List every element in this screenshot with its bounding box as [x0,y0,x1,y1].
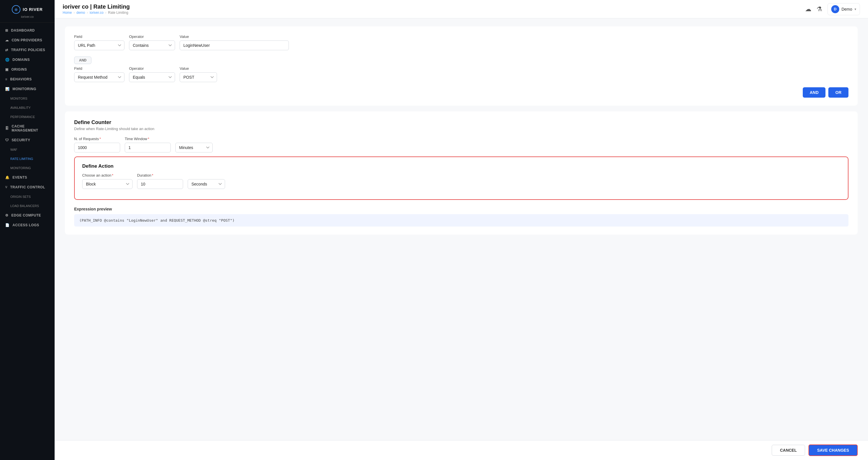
define-counter-desc: Define when Rate-Limiting should take an… [74,127,848,131]
breadcrumb-sep-2: › [87,11,88,14]
filter-row-1: Field URL Path Request Method Header IP … [74,34,848,50]
duration-group: Duration* [137,173,183,189]
value-label-2: Value [180,66,217,71]
value-group-2: Value GET POST PUT DELETE PATCH [180,66,217,82]
time-window-unit-group: Unit Seconds Minutes Hours [175,137,213,153]
filter-row-2: Field URL Path Request Method Header IP … [74,66,848,82]
sidebar-item-label: DASHBOARD [11,28,35,32]
field-label-2: Field [74,66,124,71]
sidebar-item-label: ACCESS LOGS [13,223,39,227]
footer: CANCEL SAVE CHANGES [55,440,868,460]
save-button[interactable]: SAVE CHANGES [808,445,858,456]
server-icon: ▣ [5,67,9,71]
value-label-1: Value [180,34,289,39]
cancel-button[interactable]: CANCEL [772,445,805,456]
operator-select-2[interactable]: Contains Equals Starts With Ends With [129,72,175,82]
operator-group-2: Operator Contains Equals Starts With End… [129,66,175,82]
and-connector: AND [74,57,91,64]
value-input-1[interactable] [180,40,289,50]
sidebar: ◎ IO RIVER ioriver.co ⊞ DASHBOARD ☁ CDN … [0,0,55,460]
sidebar-item-traffic-control[interactable]: ⑂ TRAFFIC CONTROL [0,182,55,192]
sidebar-item-waf[interactable]: WAF [0,145,55,154]
cpu-icon: ⚙ [5,213,9,217]
operator-select-1[interactable]: Contains Equals Starts With Ends With [129,40,175,50]
sidebar-item-availability[interactable]: AVAILABILITY [0,103,55,112]
sidebar-item-events[interactable]: 🔔 EVENTS [0,172,55,182]
value-group-1: Value [180,34,289,50]
sidebar-item-security[interactable]: 🛡 SECURITY [0,135,55,145]
sidebar-item-label: CDN PROVIDERS [12,38,42,42]
sidebar-item-load-balancers[interactable]: LOAD BALANCERS [0,201,55,210]
breadcrumb-current: Rate Limiting [108,11,128,14]
sidebar-item-monitors[interactable]: MONITORS [0,94,55,103]
and-or-row: AND OR [74,87,848,98]
and-button[interactable]: AND [803,87,826,98]
requests-group: N. of Requests* [74,137,120,153]
sidebar-item-origins[interactable]: ▣ ORIGINS [0,65,55,74]
sidebar-item-label: EDGE COMPUTE [11,213,41,217]
chevron-down-icon: ▾ [855,7,856,11]
sidebar-item-domains[interactable]: 🌐 DOMAINS [0,55,55,65]
requests-input[interactable] [74,143,120,153]
shuffle-icon: ⇄ [5,48,8,52]
grid-icon: ⊞ [5,28,8,32]
cloud-status-button[interactable]: ☁ [805,5,811,13]
content-area: Field URL Path Request Method Header IP … [55,19,868,460]
requests-label: N. of Requests* [74,137,120,141]
logo-sub: ioriver.co [21,15,34,19]
breadcrumb: Home › demo › ioriver.co › Rate Limiting [63,11,130,14]
sidebar-item-access-logs[interactable]: 📄 ACCESS LOGS [0,220,55,230]
sidebar-item-label: ORIGINS [11,67,27,71]
filter-section: Field URL Path Request Method Header IP … [65,26,858,106]
topbar-title-area: ioriver co | Rate Limiting Home › demo ›… [63,3,130,14]
duration-input[interactable] [137,179,183,189]
action-select[interactable]: Block Log Redirect Challenge [82,179,132,189]
sidebar-item-label: EVENTS [13,175,27,179]
operator-label-2: Operator [129,66,175,71]
field-select-2[interactable]: URL Path Request Method Header IP Addres… [74,72,124,82]
sidebar-item-label: RATE LIMITING [10,157,33,161]
sidebar-item-performance[interactable]: PERFORMANCE [0,112,55,122]
operator-label-1: Operator [129,34,175,39]
duration-unit-select[interactable]: Seconds Minutes Hours [188,179,225,189]
database-icon: 🗄 [5,126,9,130]
duration-unit-group: Unit Seconds Minutes Hours [188,173,225,189]
file-text-icon: 📄 [5,223,10,227]
topbar-right: ☁ ⚗ D Demo ▾ [805,3,860,15]
sidebar-item-label: WAF [10,148,17,151]
sidebar-item-label: MONITORING [10,166,31,170]
sidebar-item-behaviors[interactable]: ≡ BEHAVIORS [0,74,55,84]
sidebar-logo: ◎ IO RIVER ioriver.co [0,0,55,23]
sidebar-item-label: SECURITY [12,138,30,142]
breadcrumb-home[interactable]: Home [63,11,72,14]
lab-button[interactable]: ⚗ [816,5,822,13]
globe-icon: 🌐 [5,58,10,62]
value-select-2[interactable]: GET POST PUT DELETE PATCH [180,72,217,82]
sidebar-item-label: CACHE MANAGEMENT [12,124,50,132]
sidebar-item-origin-sets[interactable]: ORIGIN SETS [0,192,55,201]
breadcrumb-domain[interactable]: ioriver.co [90,11,103,14]
git-branch-icon: ⑂ [5,185,7,189]
or-button[interactable]: OR [828,87,848,98]
sidebar-item-cdn-providers[interactable]: ☁ CDN PROVIDERS [0,35,55,45]
sidebar-item-traffic-policies[interactable]: ⇄ TRAFFIC POLICIES [0,45,55,55]
sidebar-item-monitoring-sub[interactable]: MONITORING [0,163,55,172]
breadcrumb-sep-1: › [73,11,75,14]
sidebar-item-cache-management[interactable]: 🗄 CACHE MANAGEMENT [0,122,55,135]
sidebar-item-dashboard[interactable]: ⊞ DASHBOARD [0,26,55,35]
sidebar-item-label: TRAFFIC CONTROL [10,185,45,189]
sidebar-item-label: LOAD BALANCERS [10,204,39,207]
user-menu-button[interactable]: D Demo ▾ [828,3,860,15]
field-select-1[interactable]: URL Path Request Method Header IP Addres… [74,40,124,50]
time-window-unit-select[interactable]: Seconds Minutes Hours [175,143,213,153]
sidebar-item-rate-limiting[interactable]: RATE LIMITING [0,154,55,163]
sidebar-item-label: TRAFFIC POLICIES [11,48,45,52]
sidebar-item-monitoring[interactable]: 📊 MONITORING [0,84,55,94]
user-name: Demo [842,7,852,11]
sidebar-item-edge-compute[interactable]: ⚙ EDGE COMPUTE [0,210,55,220]
sidebar-nav: ⊞ DASHBOARD ☁ CDN PROVIDERS ⇄ TRAFFIC PO… [0,23,55,460]
breadcrumb-demo[interactable]: demo [76,11,85,14]
main-area: ioriver co | Rate Limiting Home › demo ›… [55,0,868,460]
sidebar-item-label: MONITORING [13,87,36,91]
time-window-input[interactable] [125,143,171,153]
